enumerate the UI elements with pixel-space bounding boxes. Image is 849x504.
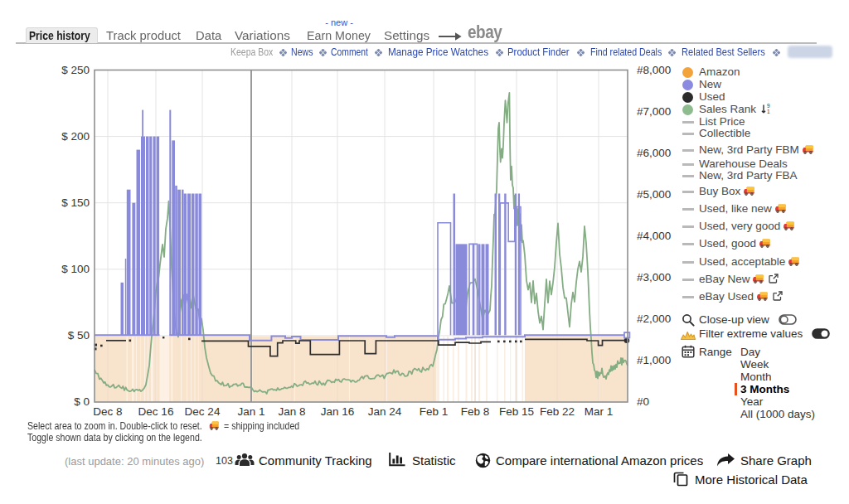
svg-text:1: 1 xyxy=(767,109,770,114)
